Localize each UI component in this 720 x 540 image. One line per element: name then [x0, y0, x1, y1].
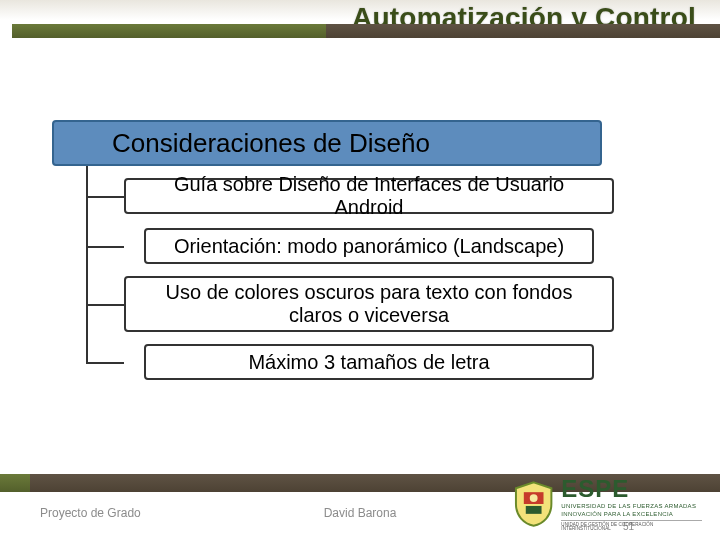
svg-point-2 [530, 494, 538, 502]
logo-subtitle-3: UNIDAD DE GESTIÓN DE COOPERACIÓN INTERIN… [561, 520, 702, 532]
logo-text-block: ESPE UNIVERSIDAD DE LAS FUERZAS ARMADAS … [561, 477, 702, 532]
footer-left-text: Proyecto de Grado [40, 506, 141, 520]
sub-label: Máximo 3 tamaños de letra [248, 351, 489, 374]
header-accent-bar [12, 24, 720, 38]
svg-rect-1 [526, 506, 542, 514]
tree-hline [86, 304, 124, 306]
slide: Automatización y Control Consideraciones… [0, 0, 720, 540]
tree-hline [86, 246, 124, 248]
espe-logo: ESPE UNIVERSIDAD DE LAS FUERZAS ARMADAS … [512, 478, 702, 530]
main-topic-box: Consideraciones de Diseño [52, 120, 602, 166]
tree-hline [86, 362, 124, 364]
sub-box: Orientación: modo panorámico (Landscape) [144, 228, 594, 264]
sub-box: Máximo 3 tamaños de letra [144, 344, 594, 380]
tree-hline [86, 196, 124, 198]
logo-subtitle-2: INNOVACIÓN PARA LA EXCELENCIA [561, 511, 702, 517]
shield-icon [512, 480, 555, 528]
sub-box: Uso de colores oscuros para texto con fo… [124, 276, 614, 332]
sub-label: Orientación: modo panorámico (Landscape) [174, 235, 564, 258]
logo-name: ESPE [561, 477, 702, 501]
logo-subtitle-1: UNIVERSIDAD DE LAS FUERZAS ARMADAS [561, 503, 702, 509]
main-topic-label: Consideraciones de Diseño [112, 128, 430, 159]
footer-center-text: David Barona [324, 506, 397, 520]
sub-label: Guía sobre Diseño de Interfaces de Usuar… [140, 173, 598, 219]
sub-box: Guía sobre Diseño de Interfaces de Usuar… [124, 178, 614, 214]
sub-label: Uso de colores oscuros para texto con fo… [140, 281, 598, 327]
